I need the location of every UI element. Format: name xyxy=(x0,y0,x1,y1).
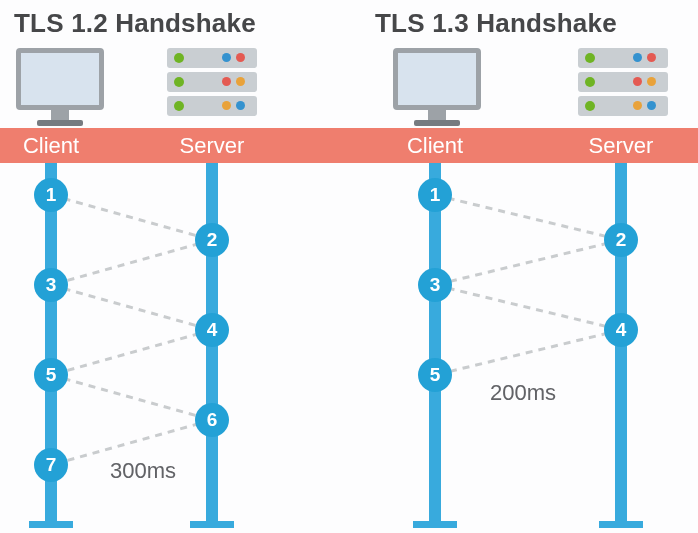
step-left-7: 7 xyxy=(34,448,68,482)
step-left-5: 5 xyxy=(34,358,68,392)
svg-line-2 xyxy=(51,285,212,330)
step-left-6: 6 xyxy=(195,403,229,437)
step-right-1: 1 xyxy=(418,178,452,212)
svg-line-5 xyxy=(51,420,212,465)
step-right-2: 2 xyxy=(604,223,638,257)
step-left-4: 4 xyxy=(195,313,229,347)
svg-line-4 xyxy=(51,375,212,420)
step-left-2: 2 xyxy=(195,223,229,257)
svg-line-9 xyxy=(435,330,621,375)
svg-line-0 xyxy=(51,195,212,240)
step-right-3: 3 xyxy=(418,268,452,302)
svg-line-6 xyxy=(435,195,621,240)
svg-line-1 xyxy=(51,240,212,285)
step-left-3: 3 xyxy=(34,268,68,302)
step-right-4: 4 xyxy=(604,313,638,347)
message-lines xyxy=(0,0,698,533)
svg-line-7 xyxy=(435,240,621,285)
step-left-1: 1 xyxy=(34,178,68,212)
step-right-5: 5 xyxy=(418,358,452,392)
svg-line-3 xyxy=(51,330,212,375)
svg-line-8 xyxy=(435,285,621,330)
